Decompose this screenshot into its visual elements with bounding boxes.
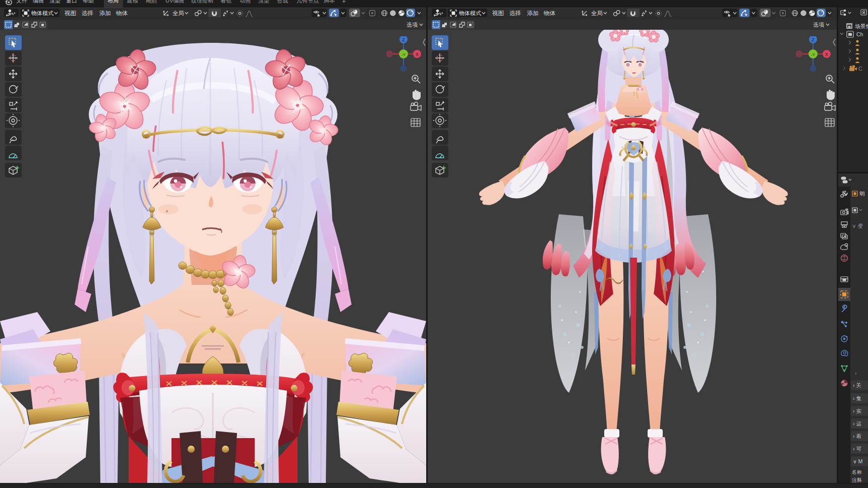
svg-text:Z: Z	[402, 37, 405, 42]
svg-text:明: 明	[859, 191, 865, 197]
svg-text:› 实: › 实	[853, 408, 861, 414]
svg-text:› 集: › 集	[853, 395, 861, 401]
svg-text:场景集: 场景集	[855, 23, 868, 29]
svg-text:-Y: -Y	[811, 52, 816, 57]
svg-text:Z: Z	[812, 37, 815, 42]
svg-text:∨ 变: ∨ 变	[852, 223, 863, 229]
svg-text:C: C	[858, 66, 862, 72]
svg-text:X: X	[416, 52, 419, 57]
svg-text:› 关: › 关	[853, 382, 861, 388]
svg-text:注释: 注释	[852, 477, 862, 483]
svg-text:› 可: › 可	[853, 446, 861, 452]
svg-text:› 运: › 运	[853, 420, 861, 426]
svg-text:X: X	[825, 52, 828, 57]
svg-text:›: ›	[855, 370, 857, 376]
svg-text:名称: 名称	[852, 469, 862, 475]
svg-text:› 着: › 着	[853, 433, 861, 439]
svg-text:-Y: -Y	[401, 52, 406, 57]
svg-text:∨ M: ∨ M	[853, 458, 862, 464]
svg-text:Ch: Ch	[856, 31, 863, 37]
